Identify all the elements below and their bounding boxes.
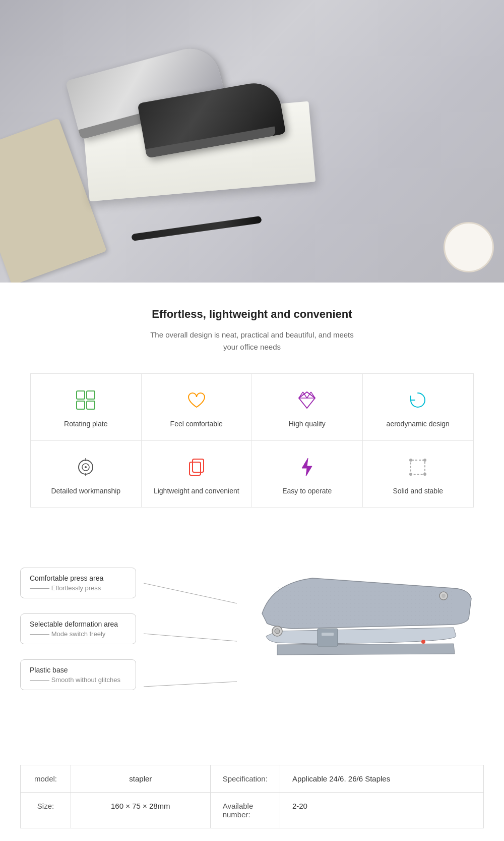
available-number-label: Available number: [210, 793, 280, 828]
features-title: Effortless, lightweight and convenient [10, 308, 494, 321]
hero-section [0, 0, 504, 283]
recycle-icon [406, 388, 430, 412]
callout-selectable-deformation: Selectable deformation area Mode switch … [20, 613, 136, 644]
features-section: Effortless, lightweight and convenient T… [0, 283, 504, 523]
callout-labels: Comfortable press area Effortlessly pres… [20, 568, 136, 690]
feature-solid-stable: Solid and stable [363, 441, 474, 508]
stapler-diagram [232, 553, 484, 704]
svg-point-19 [409, 459, 412, 462]
bolt-icon [295, 455, 319, 479]
comfortable-press-sub: Effortlessly press [30, 584, 127, 592]
box-select-icon [406, 455, 430, 479]
svg-marker-17 [302, 458, 312, 476]
rotating-plate-label: Rotating plate [64, 419, 107, 429]
svg-rect-33 [318, 629, 338, 646]
diamond-icon [295, 388, 319, 412]
easy-operate-label: Easy to operate [282, 486, 332, 496]
svg-point-20 [423, 459, 426, 462]
available-number-value: 2-20 [280, 793, 483, 828]
specs-section: model: stapler Specification: Applicable… [0, 735, 504, 841]
callout-inner: Comfortable press area Effortlessly pres… [20, 553, 484, 704]
svg-point-12 [85, 466, 87, 468]
copy-icon [184, 455, 209, 479]
feature-feel-comfortable: Feel comfortable [142, 374, 253, 441]
lightweight-label: Lightweight and convenient [154, 486, 239, 496]
features-grid: Rotating plate Feel comfortable [30, 373, 474, 508]
features-subtitle: The overall design is neat, practical an… [10, 329, 494, 353]
feature-aerodynamic: aerodynamic design [363, 374, 474, 441]
pen-decoration [131, 216, 262, 241]
selectable-deformation-title: Selectable deformation area [30, 620, 127, 628]
svg-rect-34 [322, 633, 334, 636]
svg-rect-2 [77, 401, 85, 409]
specs-row-2: Size: 160 × 75 × 28mm Available number: … [21, 793, 484, 828]
cup-decoration [444, 222, 494, 272]
feature-lightweight: Lightweight and convenient [142, 441, 253, 508]
svg-point-22 [423, 473, 426, 476]
svg-rect-0 [77, 391, 85, 399]
comfortable-press-title: Comfortable press area [30, 574, 127, 582]
svg-point-30 [442, 594, 446, 598]
specs-table: model: stapler Specification: Applicable… [20, 765, 484, 828]
feel-comfortable-label: Feel comfortable [170, 419, 223, 429]
callout-plastic-base: Plastic base Smooth without glitches [20, 659, 136, 690]
aerodynamic-label: aerodynamic design [387, 419, 450, 429]
hero-background [0, 0, 504, 283]
callout-section: Comfortable press area Effortlessly pres… [0, 523, 504, 735]
size-label: Size: [21, 793, 71, 828]
svg-rect-16 [190, 462, 201, 475]
high-quality-label: High quality [289, 419, 326, 429]
svg-point-21 [409, 473, 412, 476]
svg-point-28 [275, 629, 280, 634]
svg-rect-3 [87, 401, 95, 409]
specification-value: Applicable 24/6. 26/6 Staples [280, 765, 483, 793]
svg-rect-1 [87, 391, 95, 399]
circle-target-icon [74, 455, 98, 479]
callout-comfortable-press: Comfortable press area Effortlessly pres… [20, 568, 136, 598]
plastic-base-sub: Smooth without glitches [30, 676, 127, 684]
svg-rect-15 [193, 459, 204, 472]
model-label: model: [21, 765, 71, 793]
svg-line-24 [144, 634, 237, 641]
grid-icon [74, 388, 98, 412]
svg-rect-18 [411, 460, 425, 474]
specification-label: Specification: [210, 765, 280, 793]
feature-high-quality: High quality [252, 374, 363, 441]
heart-icon [184, 388, 209, 412]
svg-point-32 [421, 640, 425, 644]
size-value: 160 × 75 × 28mm [71, 793, 211, 828]
feature-easy-operate: Easy to operate [252, 441, 363, 508]
selectable-deformation-sub: Mode switch freely [30, 630, 127, 638]
feature-detailed-workmanship: Detailed workmanship [31, 441, 142, 508]
feature-rotating-plate: Rotating plate [31, 374, 142, 441]
specs-row-1: model: stapler Specification: Applicable… [21, 765, 484, 793]
solid-stable-label: Solid and stable [393, 486, 443, 496]
detailed-workmanship-label: Detailed workmanship [51, 486, 120, 496]
plastic-base-title: Plastic base [30, 666, 127, 674]
svg-line-23 [144, 583, 237, 603]
model-value: stapler [71, 765, 211, 793]
stapler-diagram-svg [232, 553, 484, 704]
svg-line-25 [144, 682, 237, 687]
